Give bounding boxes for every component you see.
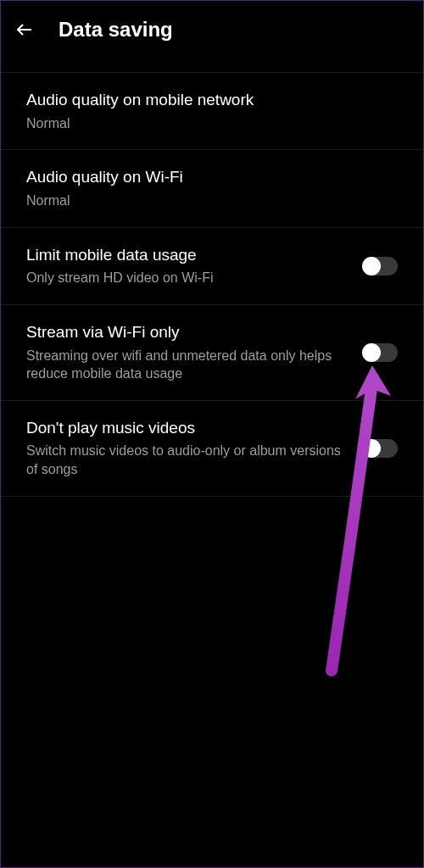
setting-text: Audio quality on mobile network Normal xyxy=(26,90,398,132)
setting-limit-mobile-data[interactable]: Limit mobile data usage Only stream HD v… xyxy=(1,228,423,305)
setting-subtitle: Switch music videos to audio-only or alb… xyxy=(26,442,349,478)
setting-subtitle: Streaming over wifi and unmetered data o… xyxy=(26,347,349,383)
toggle-dont-play-music-videos[interactable] xyxy=(362,439,398,458)
setting-subtitle: Normal xyxy=(26,114,384,133)
setting-audio-quality-mobile[interactable]: Audio quality on mobile network Normal xyxy=(1,72,423,150)
setting-text: Stream via Wi-Fi only Streaming over wif… xyxy=(26,322,362,383)
toggle-knob xyxy=(362,257,381,275)
setting-text: Don't play music videos Switch music vid… xyxy=(26,418,362,479)
header: Data saving xyxy=(1,1,423,62)
settings-list: Audio quality on mobile network Normal A… xyxy=(1,72,423,497)
page-title: Data saving xyxy=(59,18,173,42)
setting-text: Audio quality on Wi-Fi Normal xyxy=(26,167,398,209)
setting-title: Don't play music videos xyxy=(26,418,349,439)
setting-subtitle: Normal xyxy=(26,192,384,210)
setting-title: Limit mobile data usage xyxy=(26,245,349,266)
setting-stream-wifi-only[interactable]: Stream via Wi-Fi only Streaming over wif… xyxy=(1,305,423,401)
setting-title: Stream via Wi-Fi only xyxy=(26,322,349,343)
setting-text: Limit mobile data usage Only stream HD v… xyxy=(26,245,362,287)
toggle-limit-mobile-data[interactable] xyxy=(362,257,398,275)
setting-title: Audio quality on Wi-Fi xyxy=(26,167,384,188)
setting-subtitle: Only stream HD video on Wi-Fi xyxy=(26,269,349,287)
setting-audio-quality-wifi[interactable]: Audio quality on Wi-Fi Normal xyxy=(1,150,423,227)
setting-dont-play-music-videos[interactable]: Don't play music videos Switch music vid… xyxy=(1,401,423,497)
setting-title: Audio quality on mobile network xyxy=(26,90,384,111)
toggle-knob xyxy=(362,343,381,362)
toggle-stream-wifi-only[interactable] xyxy=(362,343,398,362)
back-icon[interactable] xyxy=(14,19,35,40)
toggle-knob xyxy=(362,439,381,458)
